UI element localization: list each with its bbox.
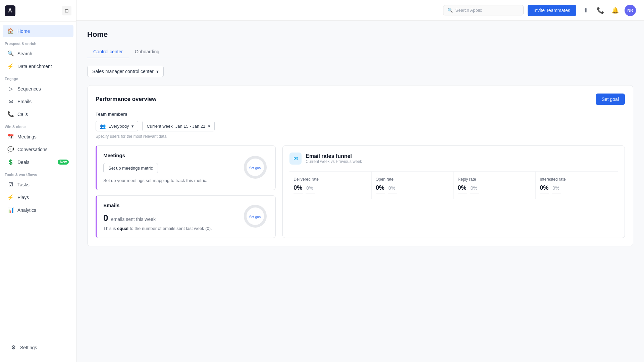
sidebar-item-emails-label: Emails <box>17 99 32 104</box>
funnel-header: ✉ Email rates funnel Current week vs Pre… <box>289 153 618 165</box>
funnel-open: Open rate 0% 0% <box>372 172 454 199</box>
sidebar-item-tasks-label: Tasks <box>17 182 30 187</box>
dash <box>458 193 467 193</box>
phone-icon[interactable]: 📞 <box>595 5 606 16</box>
funnel-title: Email rates funnel <box>306 153 362 159</box>
sidebar-item-search[interactable]: 🔍 Search <box>3 47 73 60</box>
emails-icon: ✉ <box>7 98 14 105</box>
interested-main: 0% <box>540 184 548 191</box>
invite-teammates-button[interactable]: Invite Teammates <box>528 5 576 16</box>
interested-dashes <box>540 193 614 193</box>
sidebar-section-engage: Engage <box>0 73 76 82</box>
sidebar-item-analytics[interactable]: 📊 Analytics <box>3 204 73 216</box>
sidebar-item-settings[interactable]: ⚙ Settings <box>5 341 71 354</box>
conversations-icon: 💬 <box>7 146 14 153</box>
sidebar-item-calls-label: Calls <box>17 112 28 117</box>
sidebar-nav: 🏠 Home Prospect & enrich 🔍 Search ⚡ Data… <box>0 22 76 338</box>
emails-metric-card: Emails 0 emails sent this week This is e… <box>96 195 276 238</box>
upload-icon[interactable]: ⬆ <box>580 5 591 16</box>
sidebar-section-prospect: Prospect & enrich <box>0 38 76 47</box>
people-icon: 👥 <box>100 123 106 129</box>
sidebar-item-sequences[interactable]: ▷ Sequences <box>3 82 73 95</box>
dash <box>293 193 303 193</box>
interested-sub: 0% <box>552 185 559 191</box>
page-title: Home <box>87 30 633 39</box>
search-box[interactable]: 🔍 Search Apollo <box>443 5 524 15</box>
deals-icon: 💲 <box>7 159 14 165</box>
tab-onboarding[interactable]: Onboarding <box>129 46 165 58</box>
delivered-vals: 0% 0% <box>293 184 367 191</box>
sidebar-item-enrichment-label: Data enrichment <box>17 64 52 69</box>
equal-post: to the number of emails sent last week (… <box>130 226 212 231</box>
date-range-label: Jan 15 - Jan 21 <box>175 124 206 129</box>
emails-set-goal-link[interactable]: Set goal <box>249 215 262 219</box>
sidebar-footer: ⚙ Settings <box>0 338 76 357</box>
team-filter-dropdown[interactable]: 👥 Everybody ▾ <box>96 121 138 131</box>
sidebar-item-search-label: Search <box>17 51 32 56</box>
bell-icon[interactable]: 🔔 <box>610 5 621 16</box>
sidebar-item-meetings[interactable]: 📅 Meetings <box>3 130 73 143</box>
email-funnel-card: ✉ Email rates funnel Current week vs Pre… <box>282 145 625 238</box>
funnel-delivered: Delivered rate 0% 0% <box>289 172 372 199</box>
sidebar-item-plays[interactable]: ⚡ Plays <box>3 191 73 203</box>
open-vals: 0% 0% <box>376 184 449 191</box>
reply-sub: 0% <box>471 185 477 191</box>
sidebar-item-conversations[interactable]: 💬 Conversations <box>3 143 73 156</box>
delivered-sub: 0% <box>306 185 313 191</box>
dash <box>376 193 385 193</box>
emails-count: 0 <box>103 213 108 223</box>
enrichment-icon: ⚡ <box>7 63 14 69</box>
analytics-icon: 📊 <box>7 207 14 213</box>
sidebar-toggle-button[interactable]: ⊟ <box>62 6 71 15</box>
sidebar-item-home[interactable]: 🏠 Home <box>3 25 73 37</box>
view-selector-dropdown[interactable]: Sales manager control center ▾ <box>87 66 164 77</box>
set-goal-button[interactable]: Set goal <box>596 94 625 105</box>
sidebar-item-deals[interactable]: 💲 Deals New <box>3 156 73 168</box>
performance-title: Performance overview <box>96 96 156 103</box>
funnel-interested: Interested rate 0% 0% <box>536 172 618 199</box>
avatar[interactable]: NR <box>625 5 636 16</box>
sidebar-item-calls[interactable]: 📞 Calls <box>3 108 73 120</box>
sidebar-item-tasks[interactable]: ☑ Tasks <box>3 178 73 191</box>
sidebar-section-win: Win & close <box>0 121 76 130</box>
deals-badge: New <box>58 160 69 165</box>
view-selector-label: Sales manager control center <box>92 69 154 74</box>
reply-dashes <box>458 193 532 193</box>
metrics-row: Meetings Set up meetings metric Set up y… <box>96 145 625 238</box>
meetings-metric-card: Meetings Set up meetings metric Set up y… <box>96 145 276 190</box>
team-members-label: Team members <box>96 112 625 117</box>
topbar: 🔍 Search Apollo Invite Teammates ⬆ 📞 🔔 N… <box>76 0 644 21</box>
sidebar-item-data-enrichment[interactable]: ⚡ Data enrichment <box>3 60 73 72</box>
sidebar: A ⊟ 🏠 Home Prospect & enrich 🔍 Search ⚡ … <box>0 0 76 362</box>
tabs: Control center Onboarding <box>87 46 633 58</box>
date-filter-dropdown[interactable]: Current week Jan 15 - Jan 21 ▾ <box>142 121 215 131</box>
sidebar-item-conversations-label: Conversations <box>17 147 48 152</box>
interested-label: Interested rate <box>540 177 614 182</box>
sidebar-item-home-label: Home <box>17 28 30 34</box>
sidebar-item-emails[interactable]: ✉ Emails <box>3 95 73 108</box>
delivered-main: 0% <box>293 184 302 191</box>
logo-icon: A <box>5 5 15 16</box>
meetings-donut: Set goal <box>242 154 269 182</box>
performance-header: Performance overview Set goal <box>96 94 625 105</box>
tab-control-center[interactable]: Control center <box>87 46 129 58</box>
reply-vals: 0% 0% <box>458 184 532 191</box>
metric-cards-col: Meetings Set up meetings metric Set up y… <box>96 145 276 238</box>
equal-pre: This is <box>103 226 116 231</box>
search-icon: 🔍 <box>7 50 14 57</box>
search-icon-topbar: 🔍 <box>447 8 453 13</box>
equal-bold: equal <box>117 226 128 231</box>
sequences-icon: ▷ <box>7 85 14 92</box>
reply-label: Reply rate <box>458 177 532 182</box>
delivered-label: Delivered rate <box>293 177 367 182</box>
funnel-subtitle: Current week vs Previous week <box>306 159 362 164</box>
funnel-email-icon: ✉ <box>289 153 302 165</box>
dash <box>540 193 549 193</box>
content-area: Home Control center Onboarding Sales man… <box>76 21 644 362</box>
open-label: Open rate <box>376 177 449 182</box>
setup-meetings-btn[interactable]: Set up meetings metric <box>103 163 158 173</box>
meetings-set-goal-link[interactable]: Set goal <box>249 166 262 170</box>
funnel-titles: Email rates funnel Current week vs Previ… <box>306 153 362 164</box>
chevron-down-icon: ▾ <box>156 69 159 74</box>
reply-main: 0% <box>458 184 467 191</box>
